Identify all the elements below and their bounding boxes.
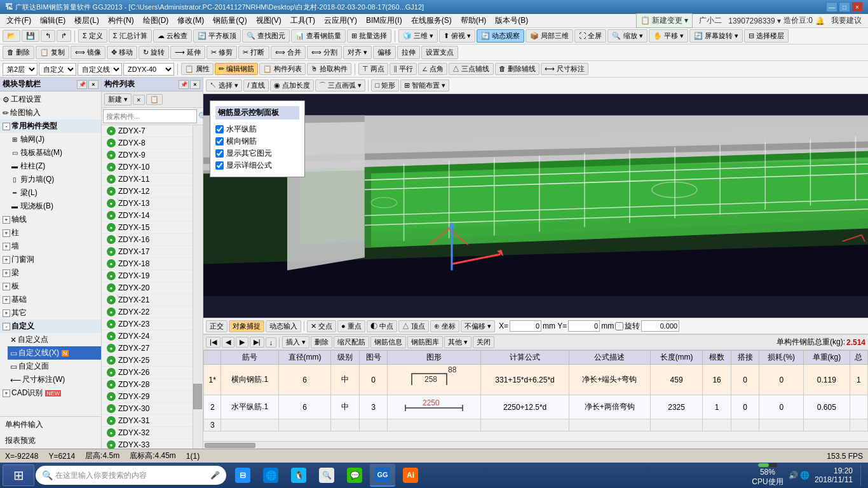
nav-opening[interactable]: + 门窗洞 [0,253,101,266]
ortho-button[interactable]: 正交 [206,320,227,332]
no-offset-button[interactable]: 不偏移 ▾ [461,320,495,332]
cloud-check-button[interactable]: ☁ 云检查 [153,29,192,43]
auto-select[interactable]: 自定义 [39,63,76,76]
setpoint-button[interactable]: 设置支点 [421,46,458,59]
checkbox-v-rebar[interactable]: 横向钢筋 [215,135,299,147]
cross-point-button[interactable]: ✕ 交点 [307,320,336,332]
menu-draw[interactable]: 绘图(D) [139,14,173,27]
edit-rebar-button[interactable]: ✏ 编辑钢筋 [215,63,258,75]
dynamic-obs-button[interactable]: 🔄 动态观察 [477,29,524,43]
row-grade[interactable]: 中 [331,365,360,395]
snap-button[interactable]: 对象捕捉 [229,320,264,332]
open-button[interactable]: 📂 [3,30,20,42]
search-app[interactable]: 🔍 [314,464,339,487]
expand-opening[interactable]: + [3,256,10,264]
nav-report-preview[interactable]: 报表预览 [0,433,101,449]
menu-user[interactable]: 广小二 [695,14,726,27]
mic-icon[interactable]: 🎤 [210,471,220,480]
screen-rotate-button[interactable]: 🔄 屏幕旋转 ▾ [689,29,743,43]
nav-custom-line[interactable]: ▭ 自定义线(X) N [8,346,101,360]
nav-custom-point[interactable]: ✕ 自定义点 [8,333,101,346]
row-dia[interactable] [278,419,330,431]
list-item[interactable]: ●ZDYX-20 [102,282,193,294]
rect-button[interactable]: □ 矩形 [371,79,399,92]
delete-row-btn[interactable]: 删除 [311,336,332,348]
nav-beam[interactable]: ━ 梁(L) [8,186,101,200]
y-input[interactable] [568,320,600,332]
x-input[interactable] [510,320,541,332]
list-item[interactable]: ●ZDYX-13 [102,198,193,210]
smart-layout-button[interactable]: ⊞ 智能布置 ▾ [400,79,449,92]
list-item[interactable]: ●ZDYX-27 [102,342,193,355]
menu-cloud[interactable]: 云应用(Y) [320,14,361,27]
dim-mark-button[interactable]: ⟷ 尺寸标注 [541,63,588,75]
move-button[interactable]: ✥ 移动 [107,46,137,59]
menu-notify-icon[interactable]: 🔔 [815,17,825,25]
h-scrollbar[interactable] [203,441,868,449]
nav-custom-face[interactable]: ▭ 自定义面 [8,360,101,373]
row-figno[interactable]: 0 [359,365,388,395]
list-item[interactable]: ●ZDYX-9 [102,149,193,161]
offset-button[interactable]: 偏移 [373,46,396,59]
nav-shear-wall[interactable]: ▯ 剪力墙(Q) [8,173,101,186]
nav-grid[interactable]: ⊞ 轴网(J) [8,133,101,146]
nav-project-settings[interactable]: ⚙ 工程设置 [0,93,101,106]
list-item[interactable]: ●ZDYX-28 [102,379,193,391]
undo-button[interactable]: ↰ [41,30,55,42]
expand-col[interactable]: + [3,229,10,237]
list-item[interactable]: ●ZDYX-30 [102,403,193,415]
row-grade[interactable] [331,419,360,431]
expand-ban[interactable]: + [3,283,10,290]
first-btn[interactable]: |◀ [206,337,220,348]
redo-button[interactable]: ↱ [57,30,71,42]
nav-dim-mark[interactable]: ⟵ 尺寸标注(W) [8,373,101,386]
nav-other[interactable]: + 其它 [0,306,101,320]
menu-modify[interactable]: 修改(M) [173,14,208,27]
nav-foundation[interactable]: + 基础 [0,293,101,306]
taskview-button[interactable]: ⊟ [230,464,255,487]
3d-button[interactable]: 🧊 三维 ▾ [398,29,438,43]
maximize-button[interactable]: □ [839,2,850,12]
rebar-info-btn[interactable]: 钢筋信息 [370,336,406,348]
summary-button[interactable]: Σ 汇总计算 [109,29,152,43]
list-item[interactable]: ●ZDYX-15 [102,222,193,234]
parallel-button[interactable]: ∥ 平行 [390,63,417,75]
copy-comp-button[interactable]: 📋 [146,94,163,105]
minimize-button[interactable]: — [826,2,837,12]
menu-rebar-qty[interactable]: 钢筋量(Q) [209,14,250,27]
ggj-app[interactable]: GG [370,464,395,487]
nav-cad[interactable]: + CAD识别 NEW [0,386,101,400]
list-item[interactable]: ●ZDYX-22 [102,306,193,318]
menu-file[interactable]: 文件(F) [3,14,35,27]
row-dia[interactable]: 6 [278,365,330,395]
expand-custom[interactable]: - [3,323,10,330]
delete-button[interactable]: 🗑 删除 [3,46,34,59]
define-button[interactable]: Σ 定义 [78,29,107,43]
list-item[interactable]: ●ZDYX-17 [102,246,193,258]
list-item[interactable]: ●ZDYX-25 [102,355,193,367]
nav-single-input[interactable]: 单构件输入 [0,417,101,433]
menu-online[interactable]: 在线服务(S) [407,14,456,27]
nav-liang[interactable]: + 梁 [0,266,101,280]
row-figno[interactable] [359,419,388,431]
top-point-button[interactable]: △ 顶点 [398,320,429,332]
show-desktop[interactable] [860,464,865,486]
checkbox-h-rebar[interactable]: 水平纵筋 [215,123,299,135]
view-rebar-button[interactable]: 📊 查看钢筋量 [291,29,346,43]
line-button[interactable]: / 直线 [243,79,269,92]
list-item[interactable]: ●ZDYX-8 [102,137,193,149]
list-item[interactable]: ●ZDYX-32 [102,427,193,439]
rebar-lib-btn[interactable]: 钢筋图库 [407,336,443,348]
menu-version[interactable]: 版本号(B) [491,14,532,27]
expand-common[interactable]: - [3,123,10,130]
list-item[interactable]: ●ZDYX-24 [102,330,193,342]
coord-button[interactable]: ⊕ 坐标 [430,320,459,332]
menu-bim[interactable]: BIM应用(I) [362,14,406,27]
pick-comp-button[interactable]: 🖱 拾取构件 [307,63,351,75]
list-item[interactable]: ●ZDYX-33 [102,439,193,449]
canvas-area[interactable]: 钢筋显示控制面板 水平纵筋 横向钢筋 显示其它图元 显示详细公式 [203,94,868,318]
list-item[interactable]: ●ZDYX-12 [102,186,193,198]
align-board-button[interactable]: 🔄 平齐板顶 [193,29,241,43]
comp-scrollbar[interactable] [193,125,203,449]
nav-column[interactable]: ▬ 柱柱(Z) [8,159,101,173]
